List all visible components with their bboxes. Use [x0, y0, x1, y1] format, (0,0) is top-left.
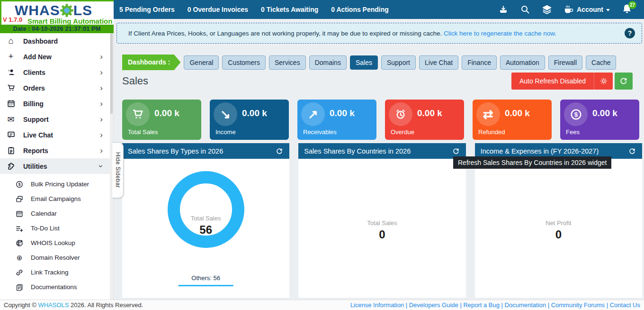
regenerate-cache-link[interactable]: Click here to regenerate the cache now. — [444, 30, 556, 37]
link-icon — [15, 268, 24, 277]
topbar-stats: 5 Pending Orders 0 Overdue Invoices 0 Ti… — [114, 6, 389, 13]
footer-link-community-forums[interactable]: Community Forums — [551, 301, 610, 309]
submenu-item-email-campaigns[interactable]: Email Campaigns — [0, 191, 113, 206]
alarm-clock-icon — [389, 102, 412, 126]
footer-links: License Information Developers Guide Rep… — [350, 301, 640, 309]
chevron-right-icon: › — [100, 115, 103, 123]
refresh-icon[interactable] — [628, 147, 636, 155]
submenu-item-calendar[interactable]: Calendar — [0, 206, 113, 221]
submenu-item-documentations[interactable]: Documentations — [0, 280, 113, 294]
swap-arrows-icon: ⇄ — [483, 108, 493, 120]
gear-logo-icon — [60, 3, 74, 18]
overdue-invoices-stat[interactable]: 0 Overdue Invoices — [188, 6, 248, 13]
refresh-icon — [619, 77, 628, 85]
help-icon[interactable]: ? — [625, 28, 635, 38]
footer-link-license-information[interactable]: License Information — [350, 301, 409, 309]
tickets-awaiting-stat[interactable]: 0 Tickets Awaiting — [261, 6, 318, 13]
gear-icon — [599, 77, 608, 85]
brand-logo[interactable]: WHAS LS — [15, 3, 92, 18]
refresh-icon[interactable] — [275, 147, 284, 155]
submenu-item-link-tracking[interactable]: Link Tracking — [0, 265, 113, 280]
layers-icon[interactable] — [542, 4, 552, 15]
panel-center-label: Total Sales — [298, 219, 465, 227]
tab-firewall[interactable]: Firewall — [548, 55, 582, 70]
download-icon[interactable] — [498, 4, 509, 15]
submenu-item-whois-lookup[interactable]: WHOIS Lookup — [0, 236, 113, 250]
arrow-up-right-icon: ↗ — [308, 108, 318, 120]
utilities-icon — [6, 162, 16, 171]
chevron-right-icon: › — [100, 53, 103, 61]
refresh-button[interactable] — [615, 73, 633, 90]
cart-icon — [126, 102, 150, 126]
chevron-down-icon: › — [98, 165, 106, 168]
tab-sales[interactable]: Sales — [350, 55, 378, 70]
panel-sales-shares-by-countries: Sales Shares By Countries in 2026 Total … — [298, 143, 465, 298]
panel-title: Income & Expenses in (FY 2026-2027) — [481, 147, 599, 155]
footer-link-developers-guide[interactable]: Developers Guide — [409, 301, 464, 309]
page-title: Sales — [122, 75, 148, 87]
footer-brand-link[interactable]: WHASOLS — [38, 301, 69, 309]
refresh-controls: Auto Refresh Disabled — [511, 73, 633, 90]
submenu-item-bulk-pricing-updater[interactable]: $ Bulk Pricing Updater — [0, 177, 113, 191]
arrow-down-right-icon: ↘ — [220, 108, 231, 120]
calendar-icon — [15, 210, 24, 218]
hide-sidebar-toggle[interactable]: Hide Sidebar — [112, 142, 124, 198]
stat-card-refunded[interactable]: ⇄ 0.00 k Refunded — [473, 100, 552, 140]
panel-center-label: Net Profit — [475, 219, 642, 227]
domain-globe-icon: ⊕ — [15, 254, 24, 262]
sidebar-item-billing[interactable]: Billing › — [0, 96, 113, 111]
tab-cache[interactable]: Cache — [586, 55, 616, 70]
footer-link-contact-us[interactable]: Contact Us — [610, 301, 640, 309]
refresh-icon[interactable] — [452, 147, 460, 155]
live-chat-icon — [6, 130, 16, 140]
stat-card-income[interactable]: ↘ 0.00 k Income — [210, 100, 289, 140]
tab-domains[interactable]: Domains — [309, 55, 347, 70]
support-mail-icon: ✉ — [6, 115, 16, 124]
tab-general[interactable]: General — [184, 55, 219, 70]
pending-orders-stat[interactable]: 5 Pending Orders — [119, 6, 175, 13]
tab-live-chat[interactable]: Live Chat — [419, 55, 458, 70]
submenu-item-domain-resolver[interactable]: ⊕ Domain Resolver — [0, 250, 113, 265]
notifications-bell[interactable]: 27 — [621, 3, 634, 16]
sidebar-item-support[interactable]: ✉ Support › — [0, 111, 113, 127]
donut-legend-others[interactable]: Others: 56 — [178, 274, 233, 286]
panel-title: Sales Shares By Types in 2026 — [128, 147, 223, 155]
tab-finance[interactable]: Finance — [462, 55, 497, 70]
stat-card-fees[interactable]: $ 0.00 k Fees — [560, 100, 639, 140]
chevron-right-icon: › — [100, 68, 103, 76]
logo-area: WHAS LS V 1.7.0 Smart Billing Automation — [0, 0, 114, 25]
tab-support[interactable]: Support — [381, 55, 416, 70]
reports-icon — [6, 146, 16, 155]
tab-customers[interactable]: Customers — [222, 55, 266, 70]
svg-text:$: $ — [18, 182, 21, 187]
sidebar-item-live-chat[interactable]: Live Chat › — [0, 127, 113, 143]
dollar-circle-icon: $ — [15, 180, 24, 189]
sidebar-item-dashboard[interactable]: ⌂ Dashboard — [0, 33, 113, 49]
tab-automation[interactable]: Automation — [500, 55, 545, 70]
stat-card-overdue[interactable]: 0.00 k Overdue — [385, 100, 464, 140]
footer-link-report-a-bug[interactable]: Report a Bug — [463, 301, 504, 309]
sidebar-item-utilities[interactable]: Utilities › — [0, 158, 113, 174]
brand-text-suffix: LS — [73, 3, 92, 18]
sidebar-item-orders[interactable]: Orders › — [0, 80, 113, 96]
sidebar-item-clients[interactable]: Clients › — [0, 64, 113, 80]
whois-globe-icon — [15, 239, 24, 247]
plus-icon: + — [6, 52, 16, 62]
stat-card-total-sales[interactable]: 0.00 k Total Sales — [122, 100, 201, 140]
auto-refresh-button[interactable]: Auto Refresh Disabled — [511, 73, 594, 90]
sidebar-item-reports[interactable]: Reports › — [0, 143, 113, 158]
tab-services[interactable]: Services — [269, 55, 306, 70]
stat-card-receivables[interactable]: ↗ 0.00 k Receivables — [297, 100, 376, 140]
notification-count-badge: 27 — [628, 1, 636, 9]
sidebar-item-add-new[interactable]: + Add New › — [0, 49, 113, 64]
search-icon[interactable] — [520, 4, 530, 15]
utilities-submenu: $ Bulk Pricing Updater Email Campaigns C… — [0, 177, 113, 294]
footer-link-documentation[interactable]: Documentation — [505, 301, 551, 309]
cup-icon — [564, 5, 574, 14]
account-menu[interactable]: Account — [564, 5, 610, 14]
orders-cart-icon — [6, 83, 16, 93]
submenu-item-to-do-list[interactable]: To-Do List — [0, 221, 113, 236]
actions-pending-stat[interactable]: 0 Actions Pending — [331, 6, 389, 13]
copyright-text: Copyright © — [4, 301, 38, 309]
refresh-settings-button[interactable] — [594, 73, 613, 90]
